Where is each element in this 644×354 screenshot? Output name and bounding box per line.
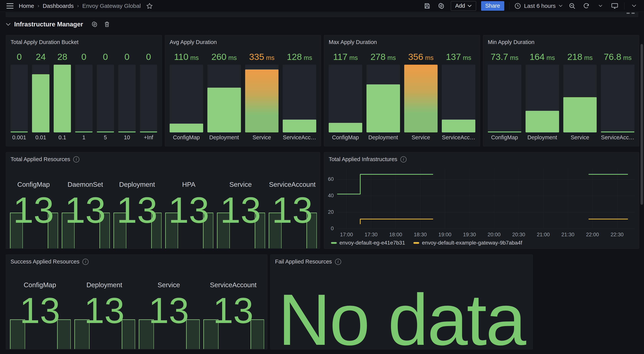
stat-column: Deployment13 bbox=[74, 255, 135, 349]
bar-column: 335msService bbox=[245, 48, 279, 143]
bar-value: 0 bbox=[10, 48, 28, 62]
bar-value: 24 bbox=[32, 48, 49, 62]
dashboard-settings-gear-icon[interactable] bbox=[436, 1, 446, 10]
bar-label: Service bbox=[563, 134, 597, 143]
stat-column: Service13 bbox=[138, 255, 200, 349]
stat-row: ConfigMap13DaemonSet13Deployment13HPA13S… bbox=[9, 152, 317, 248]
refresh-interval-chevron-icon[interactable] bbox=[596, 1, 605, 10]
save-dashboard-icon[interactable] bbox=[422, 1, 432, 10]
stat-value: 13 bbox=[61, 192, 110, 228]
bar-label: ServiceAcc… bbox=[601, 134, 634, 143]
row-settings-gear-icon[interactable] bbox=[92, 21, 98, 27]
bar-value-number: 73.7 bbox=[491, 51, 508, 62]
bar-value: 218ms bbox=[563, 48, 597, 62]
x-tick-label: 17:30 bbox=[358, 232, 384, 238]
add-button[interactable]: Add bbox=[451, 1, 476, 11]
bar-fill bbox=[75, 132, 92, 132]
bar-label: 0.1 bbox=[54, 134, 71, 143]
top-nav: Home › Dashboards › Envoy Gateway Global… bbox=[0, 0, 644, 12]
breadcrumb-separator-icon: › bbox=[37, 3, 40, 9]
time-range-picker[interactable]: Last 6 hours bbox=[514, 1, 562, 11]
no-data-message: No data bbox=[270, 282, 533, 350]
nav-divider bbox=[624, 2, 624, 9]
breadcrumb-dashboards[interactable]: Dashboards bbox=[43, 3, 74, 9]
stat-label: ServiceAccount bbox=[268, 181, 317, 188]
bar-label: 0.001 bbox=[10, 134, 28, 143]
share-button[interactable]: Share bbox=[481, 1, 504, 11]
bar-value: 356ms bbox=[404, 48, 438, 62]
bar-value-number: 0 bbox=[81, 51, 86, 62]
bar-track bbox=[329, 65, 362, 132]
bar-value-unit: ms bbox=[190, 54, 199, 62]
bar-fill bbox=[526, 111, 559, 132]
panel-total-applied-resources: Total Applied Resources i ConfigMap13Dae… bbox=[6, 152, 320, 249]
breadcrumb-current: Envoy Gateway Global bbox=[82, 3, 141, 9]
bar-column: 218msService bbox=[563, 48, 597, 143]
bar-label: Service bbox=[404, 134, 438, 143]
breadcrumb-home[interactable]: Home bbox=[19, 3, 34, 9]
panel-title[interactable]: Total Apply Duration Bucket bbox=[6, 35, 162, 45]
favorite-star-icon[interactable] bbox=[145, 1, 154, 10]
panel-avg-apply-duration: Avg Apply Duration 110msConfigMap260msDe… bbox=[165, 35, 321, 146]
tv-mode-icon[interactable] bbox=[610, 1, 619, 10]
bar-label: 1 bbox=[75, 134, 92, 143]
info-icon[interactable]: i bbox=[335, 259, 341, 265]
panel-title[interactable]: Total Applied Infrastructures i bbox=[324, 152, 639, 163]
bar-value: 278ms bbox=[366, 48, 400, 62]
panel-title[interactable]: Max Apply Duration bbox=[324, 35, 480, 45]
bar-value-number: 117 bbox=[333, 51, 348, 62]
panel-title[interactable]: Avg Apply Duration bbox=[165, 35, 321, 45]
bar-column: 05 bbox=[97, 48, 114, 143]
bar-track bbox=[140, 65, 157, 132]
bar-value-number: 278 bbox=[370, 51, 386, 62]
bar-value-unit: ms bbox=[510, 54, 518, 62]
share-button-label: Share bbox=[485, 3, 500, 9]
stat-value: 13 bbox=[9, 292, 71, 329]
bar-value-number: 128 bbox=[287, 51, 302, 62]
stat-label: HPA bbox=[164, 181, 213, 188]
bar-column: 01 bbox=[75, 48, 92, 143]
bar-value-number: 0 bbox=[146, 51, 151, 62]
stat-label: Deployment bbox=[74, 281, 135, 289]
bar-track bbox=[75, 65, 92, 132]
bar-gauge: 00.001240.01280.101050100+Inf bbox=[10, 48, 157, 143]
x-tick-label: 17:00 bbox=[334, 232, 359, 238]
x-tick-label: 19:00 bbox=[432, 232, 457, 238]
bar-value-unit: ms bbox=[463, 54, 471, 62]
bar-value-unit: ms bbox=[623, 54, 632, 62]
bar-value-number: 356 bbox=[408, 51, 423, 62]
panel-title[interactable]: Min Apply Duration bbox=[483, 35, 639, 45]
nav-divider bbox=[509, 2, 510, 9]
row-delete-trash-icon[interactable] bbox=[104, 21, 110, 27]
bar-value: 117ms bbox=[329, 48, 362, 62]
panel-success-applied-resources: Success Applied Resources i ConfigMap13D… bbox=[6, 254, 268, 350]
legend-item[interactable]: envoy-default-eg-e41e7b31 bbox=[331, 240, 405, 246]
info-icon[interactable]: i bbox=[400, 156, 406, 163]
refresh-icon[interactable] bbox=[582, 1, 591, 10]
legend-item[interactable]: envoy-default-example-gateway-9b7aba4f bbox=[414, 240, 522, 246]
bar-label: ConfigMap bbox=[488, 134, 521, 143]
y-tick-label: 0 bbox=[320, 226, 334, 231]
row-infrastructure-manager[interactable]: Infrastructure Manager bbox=[6, 19, 110, 29]
bar-column: 76.8msServiceAcc… bbox=[601, 48, 634, 143]
series-lines bbox=[337, 169, 635, 229]
bar-label: ServiceAcc… bbox=[283, 134, 316, 143]
bar-fill bbox=[54, 65, 71, 132]
zoom-out-time-icon[interactable] bbox=[568, 1, 577, 10]
y-tick-label: 40 bbox=[320, 193, 334, 199]
stat-row: ConfigMap13Deployment13Service13ServiceA… bbox=[9, 255, 264, 349]
bar-column: 00.001 bbox=[10, 48, 28, 143]
bar-value: 73.7ms bbox=[488, 48, 521, 62]
kiosk-chevron-down-icon[interactable] bbox=[630, 1, 639, 10]
bar-label: Deployment bbox=[208, 134, 241, 143]
bar-value: 260ms bbox=[208, 48, 241, 62]
hamburger-menu-icon[interactable] bbox=[5, 1, 14, 10]
panel-title[interactable]: Fail Applied Resources i bbox=[270, 255, 533, 265]
bar-track bbox=[526, 65, 559, 132]
bar-fill bbox=[170, 124, 203, 132]
chevron-down-icon bbox=[6, 23, 11, 26]
bar-fill bbox=[488, 132, 521, 132]
plot-area bbox=[337, 169, 635, 229]
bar-value-unit: ms bbox=[228, 54, 237, 62]
scrollbar-thumb[interactable] bbox=[640, 44, 643, 205]
